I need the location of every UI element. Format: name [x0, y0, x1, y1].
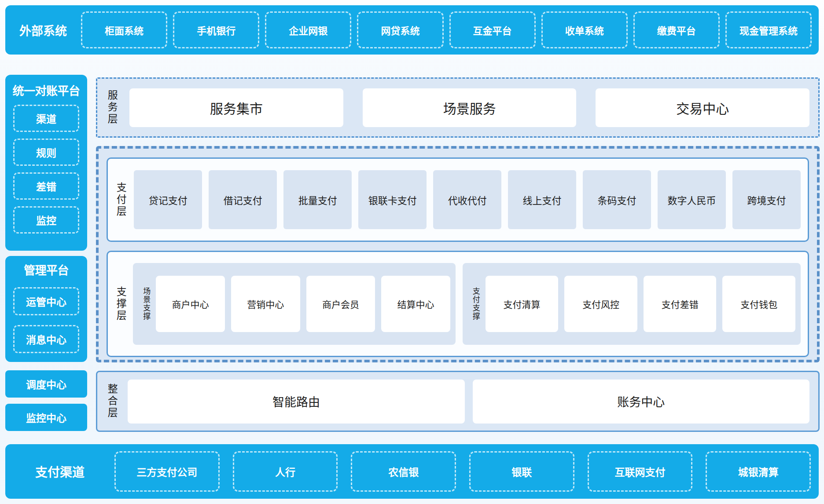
payment-channel-item: 人行: [233, 451, 338, 492]
payment-layer-panel: 支付层 贷记支付 借记支付 批量支付 银联卡支付 代收代付 线上支付 条码支付 …: [107, 157, 809, 242]
scene-support-item: 商户会员: [306, 276, 375, 332]
management-platform-panel: 管理平台 运管中心 消息中心: [5, 256, 87, 362]
recon-item: 渠道: [13, 105, 79, 132]
integration-layer-panel: 整合层 智能路由 账务中心: [96, 371, 820, 432]
support-layer-groups: 场景支撑 商户中心 营销中心 商户会员 结算中心 支付支撑 支付清算 支付风控 …: [133, 263, 801, 345]
support-layer-panel: 支撑层 场景支撑 商户中心 营销中心 商户会员 结算中心 支付支撑 支付清算 支…: [107, 251, 809, 357]
external-system-item: 手机银行: [173, 11, 259, 48]
payment-layer-items: 贷记支付 借记支付 批量支付 银联卡支付 代收代付 线上支付 条码支付 数字人民…: [134, 170, 801, 229]
payment-item: 线上支付: [508, 170, 576, 229]
recon-item: 监控: [13, 206, 79, 234]
integration-layer-items: 智能路由 账务中心: [128, 380, 809, 424]
external-systems-bar: 外部系统 柜面系统 手机银行 企业网银 网贷系统 互金平台 收单系统 缴费平台 …: [5, 5, 819, 55]
scene-support-item: 商户中心: [156, 276, 225, 332]
recon-platform-title: 统一对账平台: [12, 82, 80, 98]
recon-item: 差错: [13, 172, 79, 200]
payment-support-item: 支付钱包: [722, 276, 795, 332]
recon-platform-panel: 统一对账平台 渠道 规则 差错 监控: [5, 75, 87, 251]
support-layer-label: 支撑层: [115, 286, 126, 322]
external-systems-title: 外部系统: [5, 22, 81, 39]
external-systems-items: 柜面系统 手机银行 企业网银 网贷系统 互金平台 收单系统 缴费平台 现金管理系…: [81, 11, 812, 48]
payment-item: 贷记支付: [134, 170, 202, 229]
scene-support-label: 场景支撑: [142, 287, 150, 321]
payment-item: 批量支付: [283, 170, 352, 229]
payment-channels-bar: 支付渠道 三方支付公司 人行 农信银 银联 互联网支付 城银清算: [5, 444, 819, 499]
integration-layer-label: 整合层: [106, 383, 117, 419]
service-item: 场景服务: [363, 88, 577, 127]
payment-channel-item: 城银清算: [706, 451, 811, 492]
payment-layer-label: 支付层: [115, 182, 126, 218]
monitoring-center-box: 监控中心: [5, 404, 87, 431]
payment-support-label: 支付支撑: [471, 287, 479, 321]
external-system-item: 企业网银: [265, 11, 351, 48]
external-system-item: 现金管理系统: [725, 11, 812, 48]
external-system-item: 柜面系统: [81, 11, 167, 48]
management-item: 运管中心: [13, 287, 79, 315]
external-system-item: 互金平台: [449, 11, 536, 48]
payment-channel-item: 银联: [469, 451, 574, 492]
service-item: 交易中心: [596, 88, 809, 127]
management-platform-title: 管理平台: [24, 261, 69, 278]
service-layer-items: 服务集市 场景服务 交易中心: [129, 88, 809, 127]
management-item: 消息中心: [13, 325, 79, 353]
payment-channels-title: 支付渠道: [5, 463, 114, 480]
payment-support-container: 支付层 贷记支付 借记支付 批量支付 银联卡支付 代收代付 线上支付 条码支付 …: [96, 146, 820, 362]
payment-channel-item: 三方支付公司: [114, 451, 220, 492]
payment-support-group: 支付支撑 支付清算 支付风控 支付差错 支付钱包: [463, 263, 801, 345]
payment-item: 借记支付: [209, 170, 277, 229]
service-layer-panel: 服务层 服务集市 场景服务 交易中心: [96, 77, 820, 138]
scene-support-item: 结算中心: [381, 276, 450, 332]
scene-support-item: 营销中心: [231, 276, 300, 332]
payment-item: 代收代付: [433, 170, 501, 229]
payment-item: 条码支付: [583, 170, 651, 229]
service-layer-label: 服务层: [106, 90, 117, 125]
payment-support-item: 支付风控: [564, 276, 637, 332]
payment-item: 数字人民币: [658, 170, 726, 229]
payment-support-item: 支付清算: [486, 276, 559, 332]
scene-support-group: 场景支撑 商户中心 营销中心 商户会员 结算中心: [133, 263, 456, 345]
scene-support-items: 商户中心 营销中心 商户会员 结算中心: [156, 276, 450, 332]
integration-item: 智能路由: [128, 380, 464, 424]
payment-support-items: 支付清算 支付风控 支付差错 支付钱包: [486, 276, 795, 332]
external-system-item: 收单系统: [541, 11, 628, 48]
service-item: 服务集市: [129, 88, 343, 127]
external-system-item: 网贷系统: [357, 11, 443, 48]
recon-item: 规则: [13, 139, 79, 166]
dispatch-center-box: 调度中心: [5, 370, 87, 398]
payment-support-item: 支付差错: [644, 276, 717, 332]
external-system-item: 缴费平台: [633, 11, 720, 48]
payment-item: 跨境支付: [732, 170, 801, 229]
payment-channel-item: 互联网支付: [588, 451, 693, 492]
payment-channel-item: 农信银: [351, 451, 456, 492]
integration-item: 账务中心: [473, 380, 809, 424]
payment-item: 银联卡支付: [358, 170, 427, 229]
payment-channels-items: 三方支付公司 人行 农信银 银联 互联网支付 城银清算: [114, 451, 811, 492]
